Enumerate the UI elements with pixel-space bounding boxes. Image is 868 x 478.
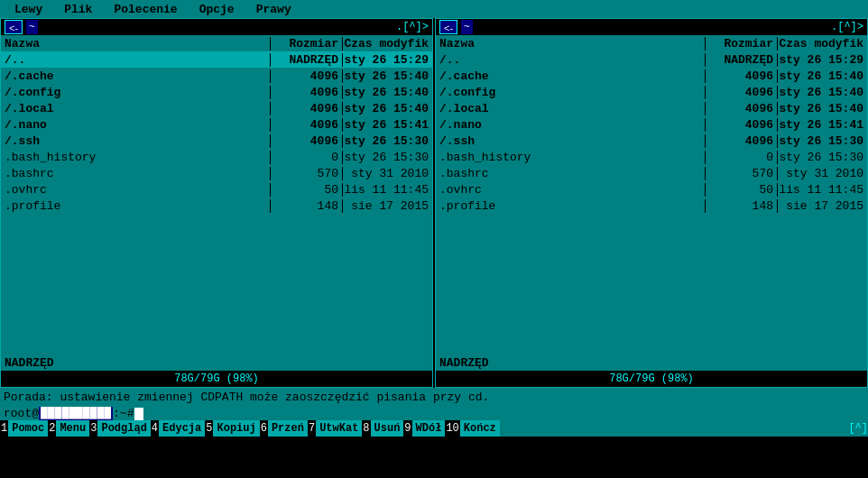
left-panel-status: NADRZĘD [1, 354, 432, 371]
fkey-label-10[interactable]: Kończ [460, 420, 500, 437]
list-item[interactable]: .bashrc 570 sty 31 2010 [1, 165, 432, 181]
right-col-name-header: Nazwa [436, 37, 705, 51]
list-item[interactable]: /.local 4096 sty 26 15:40 [1, 100, 432, 116]
file-time: sty 26 15:40 [777, 102, 867, 115]
fkey-label-6[interactable]: Przeń [268, 420, 308, 437]
file-size: 4096 [270, 118, 342, 132]
left-status-label: NADRZĘD [5, 356, 54, 370]
list-item[interactable]: .ovhrc 50 lis 11 11:45 [436, 181, 867, 198]
list-item[interactable]: .bash_history 0 sty 26 15:30 [1, 149, 432, 165]
fkey-label-8[interactable]: Usuń [371, 420, 404, 437]
list-item[interactable]: /.ssh 4096 sty 26 15:30 [1, 133, 432, 149]
file-name: .bash_history [436, 151, 705, 164]
right-panel-files: /.. NADRZĘD sty 26 15:29 /.cache 4096 st… [436, 51, 867, 354]
file-size: 0 [270, 151, 342, 164]
hint-line: Porada: ustawienie zmiennej CDPATH może … [4, 390, 864, 406]
file-name: /.local [1, 102, 270, 115]
fkey-num-3: 3 [89, 420, 97, 437]
menu-plik[interactable]: Plik [53, 3, 103, 16]
right-header-name-label: Nazwa [439, 37, 475, 51]
list-item[interactable]: .ovhrc 50 lis 11 11:45 [1, 181, 432, 198]
left-disk-info-label: 78G/79G (98%) [174, 372, 259, 385]
hint-text: Porada: ustawienie zmiennej CDPATH może … [4, 391, 489, 404]
file-name: .profile [436, 199, 705, 213]
fkey-10: 10Kończ [445, 420, 499, 437]
file-time: sie 17 2015 [342, 199, 432, 213]
fkey-label-1[interactable]: Pomoc [8, 420, 48, 437]
fkey-3: 3Podgląd [89, 420, 151, 437]
fkey-num-1: 1 [0, 420, 8, 437]
file-time: sty 26 15:29 [342, 53, 432, 67]
fkey-2: 2Menu [48, 420, 89, 437]
fkey-label-2[interactable]: Menu [56, 420, 89, 437]
file-size: 4096 [705, 134, 777, 148]
fkeys-bar: 1Pomoc2Menu3Podgląd4Edycja5Kopiuj6Przeń7… [0, 420, 868, 437]
cursor [134, 408, 143, 420]
fkey-label-3[interactable]: Podgląd [97, 420, 150, 437]
file-name: /.. [1, 53, 270, 67]
list-item[interactable]: /.nano 4096 sty 26 15:41 [1, 116, 432, 133]
file-name: .bashrc [436, 167, 705, 180]
file-name: /.config [1, 86, 270, 99]
list-item[interactable]: /.. NADRZĘD sty 26 15:29 [436, 51, 867, 68]
right-status-label: NADRZĘD [439, 356, 489, 370]
file-size: NADRZĘD [705, 53, 777, 67]
file-name: .bash_history [1, 151, 270, 164]
cmd-area: Porada: ustawienie zmiennej CDPATH może … [0, 388, 868, 420]
file-name: /.config [436, 86, 705, 99]
left-panel-back-button[interactable]: <- [5, 20, 23, 34]
file-size: 570 [705, 167, 777, 180]
list-item[interactable]: /.nano 4096 sty 26 15:41 [436, 116, 867, 133]
file-size: 50 [270, 183, 342, 197]
list-item[interactable]: /.cache 4096 sty 26 15:40 [436, 68, 867, 84]
file-name: /.nano [436, 118, 705, 132]
menu-prawy[interactable]: Prawy [245, 3, 302, 16]
right-panel: <- ~ .[^]> Nazwa Rozmiar Czas modyfik /.… [435, 18, 868, 388]
file-time: sty 26 15:40 [342, 69, 432, 83]
list-item[interactable]: /.. NADRZĘD sty 26 15:29 [1, 51, 432, 68]
left-col-time-header: Czas modyfik [342, 37, 432, 51]
list-item[interactable]: /.cache 4096 sty 26 15:40 [1, 68, 432, 84]
fkey-label-5[interactable]: Kopiuj [213, 420, 259, 437]
left-header-size-label: Rozmiar [289, 37, 338, 51]
file-time: sty 31 2010 [777, 167, 867, 180]
right-header-time-label: Czas modyfik [779, 37, 863, 51]
list-item[interactable]: .bash_history 0 sty 26 15:30 [436, 149, 867, 165]
list-item[interactable]: /.config 4096 sty 26 15:40 [436, 84, 867, 100]
fkey-label-4[interactable]: Edycja [159, 420, 205, 437]
list-item[interactable]: .profile 148 sie 17 2015 [1, 198, 432, 214]
list-item[interactable]: .profile 148 sie 17 2015 [436, 198, 867, 214]
fkey-num-7: 7 [308, 420, 316, 437]
list-item[interactable]: .bashrc 570 sty 31 2010 [436, 165, 867, 181]
right-panel-status: NADRZĘD [436, 354, 867, 371]
file-name: .ovhrc [436, 183, 705, 197]
fkey-9: 9WDół [403, 420, 445, 437]
file-time: sty 26 15:41 [777, 118, 867, 132]
list-item[interactable]: /.config 4096 sty 26 15:40 [1, 84, 432, 100]
menu-opcje[interactable]: Opcje [189, 3, 245, 16]
right-header-size-label: Rozmiar [724, 37, 773, 51]
file-size: 148 [270, 199, 342, 213]
prompt-text: root@██████████:~# [4, 406, 134, 420]
list-item[interactable]: /.ssh 4096 sty 26 15:30 [436, 133, 867, 149]
file-size: 4096 [270, 86, 342, 99]
fkey-num-2: 2 [48, 420, 56, 437]
file-size: 148 [705, 199, 777, 213]
right-panel-back-button[interactable]: <- [439, 20, 457, 34]
menu-lewy[interactable]: Lewy [4, 3, 53, 16]
file-time: sty 26 15:30 [777, 134, 867, 148]
left-panel-files: /.. NADRZĘD sty 26 15:29 /.cache 4096 st… [1, 51, 432, 354]
left-header-time-label: Czas modyfik [344, 37, 429, 51]
right-panel-disk-info: 78G/79G (98%) [436, 371, 867, 387]
file-size: 4096 [270, 69, 342, 83]
right-panel-top-bar: <- ~ .[^]> [436, 19, 867, 35]
fkey-label-9[interactable]: WDół [412, 420, 446, 437]
file-time: sty 26 15:29 [777, 53, 867, 67]
file-size: 4096 [705, 69, 777, 83]
left-panel-indicator: .[^]> [396, 21, 429, 33]
menu-polecenie[interactable]: Polecenie [103, 3, 188, 16]
left-col-size-header: Rozmiar [270, 37, 342, 51]
list-item[interactable]: /.local 4096 sty 26 15:40 [436, 100, 867, 116]
file-size: 4096 [270, 134, 342, 148]
fkey-label-7[interactable]: UtwKat [316, 420, 362, 437]
